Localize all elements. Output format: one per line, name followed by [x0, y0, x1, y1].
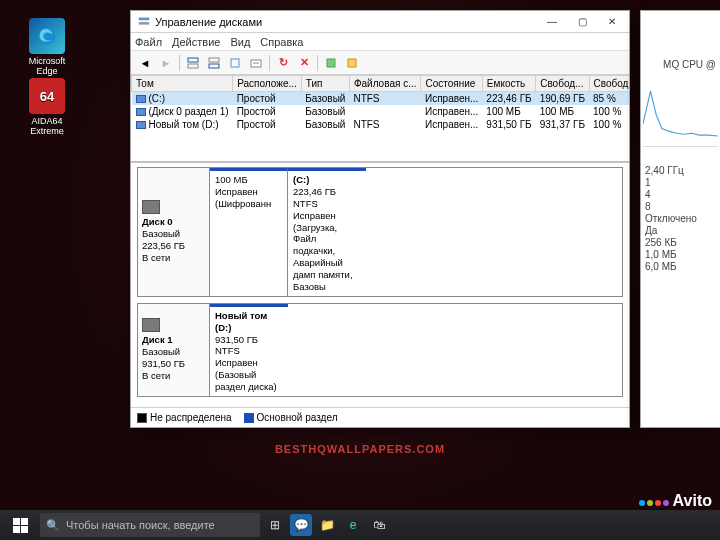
svg-rect-6 — [209, 64, 219, 68]
disk-header: Диск 0Базовый223,56 ГБВ сети — [138, 168, 210, 296]
column-header[interactable]: Свободно % — [589, 76, 629, 92]
cpu-info-line: Отключено — [641, 213, 720, 225]
settings-button[interactable] — [225, 53, 245, 73]
taskbar-app-explorer[interactable]: 📁 — [316, 514, 338, 536]
column-header[interactable]: Емкость — [482, 76, 535, 92]
svg-rect-10 — [327, 59, 335, 67]
menu-file[interactable]: Файл — [135, 36, 162, 48]
cpu-info-line: 6,0 МБ — [641, 261, 720, 273]
refresh-button[interactable]: ↻ — [273, 53, 293, 73]
desktop-icon-label: AIDA64 Extreme — [30, 116, 64, 136]
svg-rect-1 — [139, 17, 150, 20]
desktop-icon-label: Microsoft Edge — [29, 56, 66, 76]
cpu-usage-chart — [643, 77, 718, 147]
volume-table: ТомРасположе...ТипФайловая с...Состояние… — [131, 75, 629, 131]
desktop-icon-aida64[interactable]: 64 AIDA64 Extreme — [20, 78, 74, 136]
column-header[interactable]: Расположе... — [233, 76, 302, 92]
partition[interactable]: 100 МБИсправен (Шифрованн — [210, 168, 288, 296]
legend: Не распределена Основной раздел — [131, 407, 629, 427]
partition[interactable]: Новый том (D:)931,50 ГБ NTFSИсправен (Ба… — [210, 304, 288, 396]
partition[interactable]: (C:)223,46 ГБ NTFSИсправен (Загрузка, Фа… — [288, 168, 366, 296]
disk-header: Диск 1Базовый931,50 ГБВ сети — [138, 304, 210, 396]
windows-icon — [13, 518, 28, 533]
legend-unallocated: Не распределена — [137, 412, 232, 423]
titlebar[interactable]: Управление дисками — ▢ ✕ — [131, 11, 629, 33]
window-title: Управление дисками — [155, 16, 537, 28]
cpu-freq: 2,40 ГГц — [641, 165, 720, 177]
svg-rect-5 — [209, 58, 219, 62]
help-button[interactable] — [342, 53, 362, 73]
column-header[interactable]: Файловая с... — [349, 76, 421, 92]
properties-button[interactable] — [246, 53, 266, 73]
menubar: Файл Действие Вид Справка — [131, 33, 629, 51]
disk-row[interactable]: Диск 0Базовый223,56 ГБВ сети100 МБИсправ… — [137, 167, 623, 297]
close-button[interactable]: ✕ — [597, 12, 627, 32]
toolbar: ◄ ► ↻ ✕ — [131, 51, 629, 75]
app-icon — [137, 15, 151, 29]
menu-view[interactable]: Вид — [230, 36, 250, 48]
volume-row[interactable]: (C:)ПростойБазовыйNTFSИсправен...223,46 … — [132, 92, 630, 106]
taskbar-app-edge[interactable]: e — [342, 514, 364, 536]
forward-button[interactable]: ► — [156, 53, 176, 73]
search-placeholder: Чтобы начать поиск, введите — [66, 519, 215, 531]
column-header[interactable]: Свобод... — [536, 76, 589, 92]
separator — [269, 55, 270, 71]
menu-action[interactable]: Действие — [172, 36, 220, 48]
disk-row[interactable]: Диск 1Базовый931,50 ГБВ сетиНовый том (D… — [137, 303, 623, 397]
separator — [317, 55, 318, 71]
column-header[interactable]: Состояние — [421, 76, 482, 92]
cpu-name-fragment: MQ CPU @ — [641, 59, 720, 71]
aida64-icon: 64 — [29, 78, 65, 114]
view-top-button[interactable] — [183, 53, 203, 73]
task-view-button[interactable]: ⊞ — [264, 514, 286, 536]
side-panel-cpu: MQ CPU @ 2,40 ГГц 148ОтключеноДа256 КБ1,… — [640, 10, 720, 428]
view-bottom-button[interactable] — [204, 53, 224, 73]
back-button[interactable]: ◄ — [135, 53, 155, 73]
cpu-info-line: 256 КБ — [641, 237, 720, 249]
taskbar-app[interactable]: 💬 — [290, 514, 312, 536]
cpu-info-line: 1 — [641, 177, 720, 189]
svg-rect-11 — [348, 59, 356, 67]
taskbar-app-store[interactable]: 🛍 — [368, 514, 390, 536]
volume-list[interactable]: ТомРасположе...ТипФайловая с...Состояние… — [131, 75, 629, 163]
taskbar-search[interactable]: 🔍 Чтобы начать поиск, введите — [40, 513, 260, 537]
column-header[interactable]: Том — [132, 76, 233, 92]
desktop[interactable]: BESTHQWALLPAPERS.COM Microsoft Edge 64 A… — [0, 0, 720, 540]
legend-primary: Основной раздел — [244, 412, 338, 423]
cpu-info-line: 8 — [641, 201, 720, 213]
delete-button[interactable]: ✕ — [294, 53, 314, 73]
volume-row[interactable]: (Диск 0 раздел 1)ПростойБазовыйИсправен.… — [132, 105, 630, 118]
svg-rect-7 — [231, 59, 239, 67]
edge-icon — [29, 18, 65, 54]
cpu-info-line: Да — [641, 225, 720, 237]
svg-rect-4 — [188, 64, 198, 68]
cpu-info-line: 1,0 МБ — [641, 249, 720, 261]
desktop-icon-edge[interactable]: Microsoft Edge — [20, 18, 74, 76]
volume-row[interactable]: Новый том (D:)ПростойБазовыйNTFSИсправен… — [132, 118, 630, 131]
action-button[interactable] — [321, 53, 341, 73]
svg-rect-2 — [139, 22, 150, 25]
cpu-info-line: 4 — [641, 189, 720, 201]
separator — [179, 55, 180, 71]
disk-graphical-view[interactable]: Диск 0Базовый223,56 ГБВ сети100 МБИсправ… — [131, 163, 629, 407]
taskbar[interactable]: 🔍 Чтобы начать поиск, введите ⊞ 💬 📁 e 🛍 — [0, 510, 720, 540]
minimize-button[interactable]: — — [537, 12, 567, 32]
avito-watermark: Avito — [638, 492, 712, 510]
start-button[interactable] — [6, 511, 34, 539]
search-icon: 🔍 — [46, 519, 60, 532]
svg-rect-3 — [188, 58, 198, 62]
wallpaper-watermark: BESTHQWALLPAPERS.COM — [275, 443, 445, 455]
disk-management-window: Управление дисками — ▢ ✕ Файл Действие В… — [130, 10, 630, 428]
column-header[interactable]: Тип — [301, 76, 349, 92]
maximize-button[interactable]: ▢ — [567, 12, 597, 32]
menu-help[interactable]: Справка — [260, 36, 303, 48]
